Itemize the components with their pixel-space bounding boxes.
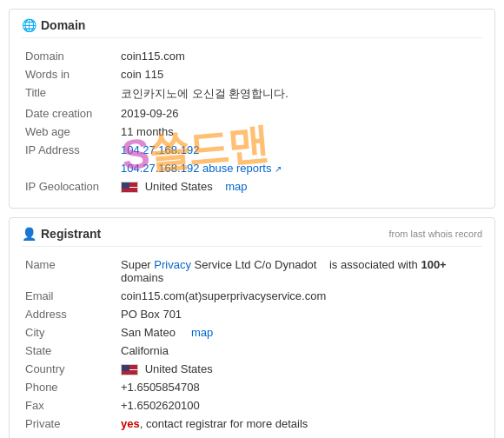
value-private: yes, contact registrar for more details <box>117 415 482 433</box>
domain-section-header: 🌐 Domain <box>22 18 482 38</box>
label-email: Email <box>22 287 117 305</box>
table-row: Date creation 2019-09-26 <box>22 104 482 123</box>
us-flag-icon <box>121 182 138 193</box>
label-fax: Fax <box>22 396 117 415</box>
domain-header-label: Domain <box>41 18 85 32</box>
value-phone: +1.6505854708 <box>117 378 482 396</box>
value-date-creation: 2019-09-26 <box>117 104 482 123</box>
registrant-section: 👤 Registrant from last whois record Name… <box>9 217 495 438</box>
registrant-name-link[interactable]: Super Privacy Service Ltd C/o Dynadot <box>121 258 316 271</box>
value-ip-geolocation: United States map <box>117 177 482 196</box>
value-name: Super Privacy Service Ltd C/o Dynadot is… <box>117 256 482 287</box>
table-row: Title 코인카지노에 오신걸 환영합니다. <box>22 83 482 104</box>
table-row: Email coin115.com(at)superprivacyservice… <box>22 287 482 305</box>
private-yes: yes <box>121 417 140 430</box>
registrant-header-label: Registrant <box>41 227 101 241</box>
table-row: Phone +1.6505854708 <box>22 378 482 396</box>
table-row: IP Geolocation United States map <box>22 177 482 196</box>
city-name: San Mateo <box>121 326 176 339</box>
table-row: City San Mateo map <box>22 323 482 342</box>
table-row: Name Super Privacy Service Ltd C/o Dynad… <box>22 256 482 287</box>
table-row: IP Address 104.27.168.192 <box>22 141 482 159</box>
value-ip-abuse: 104.27.168.192 abuse reports ↗ <box>117 159 482 177</box>
domain-section: 🌐 Domain Domain coin115.com Words in coi… <box>9 9 495 209</box>
from-last-label: from last whois record <box>388 229 482 239</box>
table-row: 104.27.168.192 abuse reports ↗ <box>22 159 482 177</box>
value-fax: +1.6502620100 <box>117 396 482 415</box>
table-row: Address PO Box 701 <box>22 305 482 323</box>
value-domain: coin115.com <box>117 47 482 65</box>
value-state: California <box>117 342 482 360</box>
label-city: City <box>22 323 117 342</box>
registrant-section-header: 👤 Registrant from last whois record <box>22 227 482 247</box>
label-country: Country <box>22 360 117 378</box>
external-link-icon: ↗ <box>275 164 282 174</box>
table-row: Private yes, contact registrar for more … <box>22 415 482 433</box>
label-state: State <box>22 342 117 360</box>
label-web-age: Web age <box>22 123 117 141</box>
table-row: State California <box>22 342 482 360</box>
label-words-in: Words in <box>22 65 117 83</box>
person-icon: 👤 <box>22 227 36 241</box>
geolocation-map-link[interactable]: map <box>225 180 247 193</box>
table-row: Web age 11 months <box>22 123 482 141</box>
us-flag-icon-registrant <box>121 364 138 375</box>
ip-abuse-link[interactable]: 104.27.168.192 abuse reports ↗ <box>121 162 282 175</box>
table-row: Domain coin115.com <box>22 47 482 65</box>
geolocation-country: United States <box>145 180 213 193</box>
value-words-in: coin 115 <box>117 65 482 83</box>
registrant-info-table: Name Super Privacy Service Ltd C/o Dynad… <box>22 256 482 433</box>
label-date-creation: Date creation <box>22 104 117 123</box>
city-map-link[interactable]: map <box>191 326 213 339</box>
value-city: San Mateo map <box>117 323 482 342</box>
table-row: Fax +1.6502620100 <box>22 396 482 415</box>
label-ip-abuse <box>22 159 117 177</box>
table-row: Words in coin 115 <box>22 65 482 83</box>
label-address: Address <box>22 305 117 323</box>
private-text: , contact registrar for more details <box>140 417 308 430</box>
country-name: United States <box>145 362 213 375</box>
table-row: Country United States <box>22 360 482 378</box>
domain-info-table: Domain coin115.com Words in coin 115 Tit… <box>22 47 482 196</box>
globe-icon: 🌐 <box>22 18 36 32</box>
value-web-age: 11 months <box>117 123 482 141</box>
label-private: Private <box>22 415 117 433</box>
ip-address-link[interactable]: 104.27.168.192 <box>121 143 199 156</box>
label-ip-address: IP Address <box>22 141 117 159</box>
label-domain: Domain <box>22 47 117 65</box>
label-title: Title <box>22 83 117 104</box>
label-ip-geolocation: IP Geolocation <box>22 177 117 196</box>
label-name: Name <box>22 256 117 287</box>
value-address: PO Box 701 <box>117 305 482 323</box>
value-ip-address: 104.27.168.192 <box>117 141 482 159</box>
value-title: 코인카지노에 오신걸 환영합니다. <box>117 83 482 104</box>
value-country: United States <box>117 360 482 378</box>
value-email: coin115.com(at)superprivacyservice.com <box>117 287 482 305</box>
label-phone: Phone <box>22 378 117 396</box>
